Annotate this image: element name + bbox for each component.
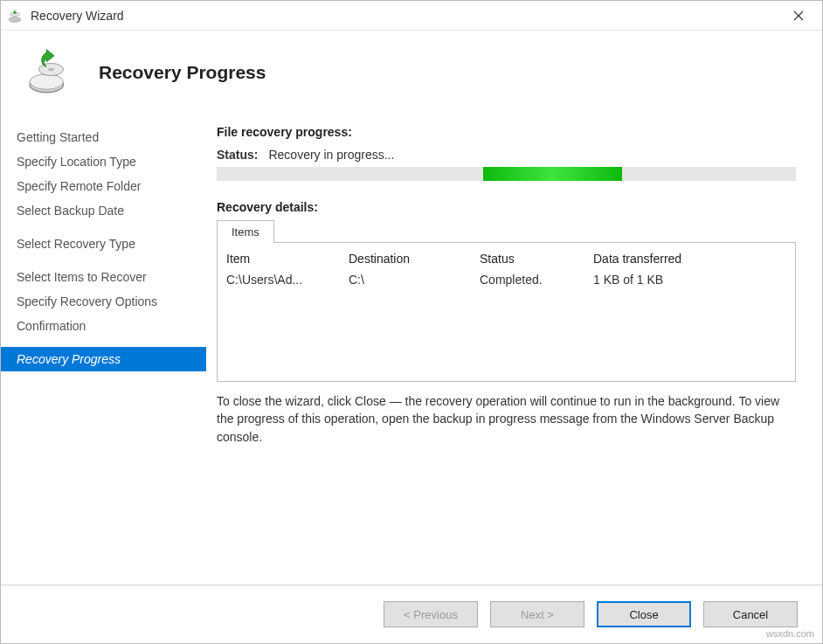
content-row: Getting Started Specify Location Type Sp… [1,118,822,585]
status-value: Recovery in progress... [268,148,394,162]
sidebar-item-recovery-progress[interactable]: Recovery Progress [1,347,206,371]
sidebar-item-specify-location-type[interactable]: Specify Location Type [1,149,206,174]
svg-point-5 [48,68,54,72]
status-row: Status: Recovery in progress... [217,148,796,162]
tab-items[interactable]: Items [217,220,274,243]
watermark: wsxdn.com [766,628,814,639]
cell-item: C:\Users\Ad... [226,273,340,287]
sidebar-item-select-items-to-recover[interactable]: Select Items to Recover [1,265,206,289]
progress-section-label: File recovery progress: [217,125,796,139]
tab-strip: Items [217,219,796,242]
titlebar: Recovery Wizard [1,1,822,31]
sidebar-item-confirmation[interactable]: Confirmation [1,314,206,338]
close-icon[interactable] [780,1,817,30]
details-label: Recovery details: [217,200,796,214]
recovery-details-table: Item Destination Status Data transferred… [217,242,796,382]
app-icon [6,7,24,24]
table-row: C:\Users\Ad... C:\ Completed. 1 KB of 1 … [226,269,786,290]
sidebar-item-specify-remote-folder[interactable]: Specify Remote Folder [1,174,206,198]
sidebar-item-getting-started[interactable]: Getting Started [1,125,206,149]
status-label: Status: [217,148,258,162]
svg-point-3 [30,74,64,90]
button-bar: < Previous Next > Close Cancel [1,585,822,643]
col-item: Item [226,252,340,266]
window-title: Recovery Wizard [31,9,780,23]
sidebar-item-select-backup-date[interactable]: Select Backup Date [1,198,206,223]
col-destination: Destination [349,252,471,266]
table-header: Item Destination Status Data transferred [226,248,786,269]
recovery-wizard-window: Recovery Wizard Recovery Progress Gettin… [0,0,823,644]
next-button: Next > [490,601,584,627]
progress-chunk [483,167,622,181]
cell-data-transferred: 1 KB of 1 KB [593,273,750,287]
previous-button: < Previous [384,601,478,627]
col-status: Status [480,252,584,266]
sidebar-item-select-recovery-type[interactable]: Select Recovery Type [1,232,206,256]
cell-destination: C:\ [349,273,471,287]
svg-point-0 [9,17,21,22]
col-data-transferred: Data transferred [593,252,750,266]
recovery-icon [24,48,73,97]
close-button[interactable]: Close [597,601,691,627]
sidebar: Getting Started Specify Location Type Sp… [1,118,206,585]
main-panel: File recovery progress: Status: Recovery… [206,118,822,585]
sidebar-item-specify-recovery-options[interactable]: Specify Recovery Options [1,289,206,314]
page-title: Recovery Progress [99,62,266,83]
header: Recovery Progress [1,31,822,118]
progress-bar [217,167,796,181]
cell-status: Completed. [480,273,584,287]
help-text: To close the wizard, click Close — the r… [217,392,796,446]
cancel-button[interactable]: Cancel [703,601,798,627]
